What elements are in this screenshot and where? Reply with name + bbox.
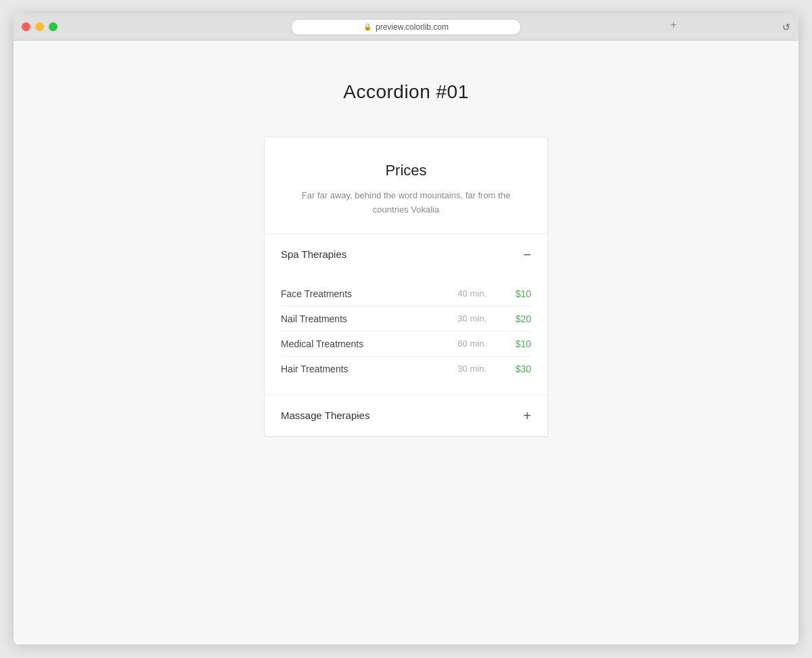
table-row: Medical Treatments 60 min. $10 bbox=[281, 332, 531, 357]
treatment-price: $30 bbox=[507, 364, 531, 374]
spa-section-title: Spa Therapies bbox=[281, 248, 346, 260]
accordion-header-spa[interactable]: Spa Therapies − bbox=[265, 234, 547, 275]
treatment-name: Medical Treatments bbox=[281, 338, 439, 349]
new-tab-button[interactable]: + bbox=[671, 19, 677, 31]
close-button[interactable] bbox=[22, 22, 30, 31]
url-bar[interactable]: 🔒 preview.colorlib.com bbox=[291, 19, 521, 35]
treatment-name: Face Treatments bbox=[281, 288, 439, 299]
accordion-card: Prices Far far away, behind the word mou… bbox=[264, 137, 548, 437]
accordion-section-massage: Massage Therapies + bbox=[265, 395, 547, 437]
spa-content: Face Treatments 40 min. $10 Nail Treatme… bbox=[265, 275, 547, 395]
page-title: Accordion #01 bbox=[27, 81, 785, 103]
table-row: Nail Treatments 30 min. $20 bbox=[281, 307, 531, 332]
treatment-price: $10 bbox=[507, 288, 531, 299]
table-row: Face Treatments 40 min. $10 bbox=[281, 282, 531, 307]
window-controls bbox=[22, 22, 58, 31]
reload-button[interactable]: ↺ bbox=[782, 22, 790, 32]
treatment-duration: 30 min. bbox=[439, 364, 487, 374]
treatment-duration: 60 min. bbox=[439, 338, 487, 349]
browser-window: 🔒 preview.colorlib.com ↺ + Accordion #01… bbox=[14, 14, 798, 644]
treatment-price: $10 bbox=[507, 338, 531, 349]
table-row: Hair Treatments 30 min. $30 bbox=[281, 357, 531, 381]
spa-toggle-icon: − bbox=[523, 248, 531, 261]
lock-icon: 🔒 bbox=[363, 23, 371, 30]
card-header: Prices Far far away, behind the word mou… bbox=[265, 137, 547, 234]
card-header-desc: Far far away, behind the word mountains,… bbox=[285, 189, 527, 217]
page-content: Accordion #01 Prices Far far away, behin… bbox=[14, 41, 798, 644]
maximize-button[interactable] bbox=[49, 22, 58, 31]
treatment-name: Nail Treatments bbox=[281, 313, 439, 324]
massage-toggle-icon: + bbox=[523, 409, 531, 422]
treatment-duration: 40 min. bbox=[439, 288, 487, 299]
url-text: preview.colorlib.com bbox=[376, 22, 449, 32]
minimize-button[interactable] bbox=[35, 22, 44, 31]
treatment-name: Hair Treatments bbox=[281, 364, 439, 374]
accordion-header-massage[interactable]: Massage Therapies + bbox=[265, 395, 547, 436]
card-header-title: Prices bbox=[285, 162, 527, 179]
treatment-price: $20 bbox=[507, 313, 531, 324]
treatment-duration: 30 min. bbox=[439, 313, 487, 324]
browser-titlebar: 🔒 preview.colorlib.com ↺ + bbox=[14, 14, 798, 41]
accordion-section-spa: Spa Therapies − Face Treatments 40 min. … bbox=[265, 234, 547, 395]
massage-section-title: Massage Therapies bbox=[281, 410, 369, 421]
